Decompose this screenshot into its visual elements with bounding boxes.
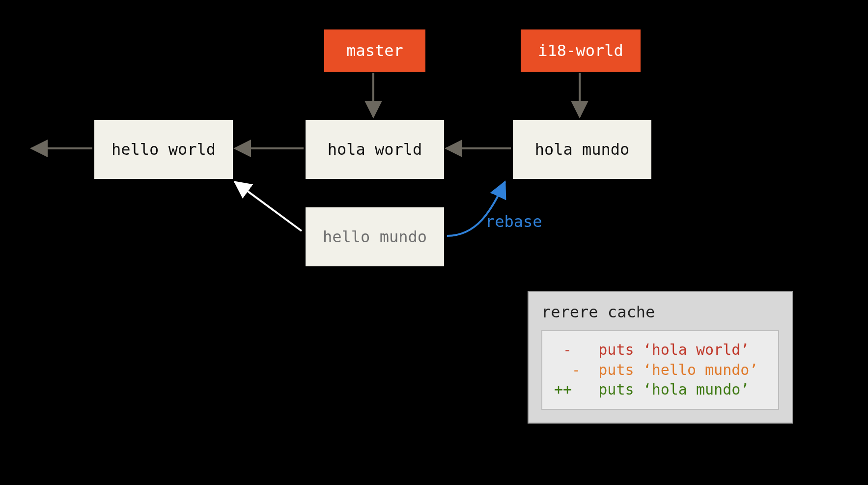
branch-tag-master: master [324,29,425,72]
arrow-hello-mundo-to-hello-world [235,182,302,231]
commit-hello-mundo: hello mundo [306,207,444,266]
diagram-stage: master i18-world hello world hola world … [0,0,868,485]
rerere-cache-panel: rerere cache - puts ‘hola world’ - puts … [528,291,793,424]
commit-hola-mundo: hola mundo [513,120,651,179]
rebase-label: rebase [485,212,542,231]
commit-hola-world: hola world [306,120,444,179]
branch-label: i18-world [538,41,623,60]
commit-hello-world: hello world [94,120,233,179]
diff-line: - puts ‘hola world’ [554,341,749,358]
commit-label: hola mundo [535,140,630,159]
diff-line: ++ puts ‘hola mundo’ [554,381,749,398]
rerere-cache-title: rerere cache [541,303,779,321]
rerere-cache-body: - puts ‘hola world’ - puts ‘hello mundo’… [541,330,779,410]
diff-line: - puts ‘hello mundo’ [554,361,758,378]
commit-label: hello mundo [323,228,427,246]
commit-label: hello world [112,140,216,159]
branch-tag-i18-world: i18-world [521,29,641,72]
branch-label: master [346,41,403,60]
commit-label: hola world [328,140,422,159]
